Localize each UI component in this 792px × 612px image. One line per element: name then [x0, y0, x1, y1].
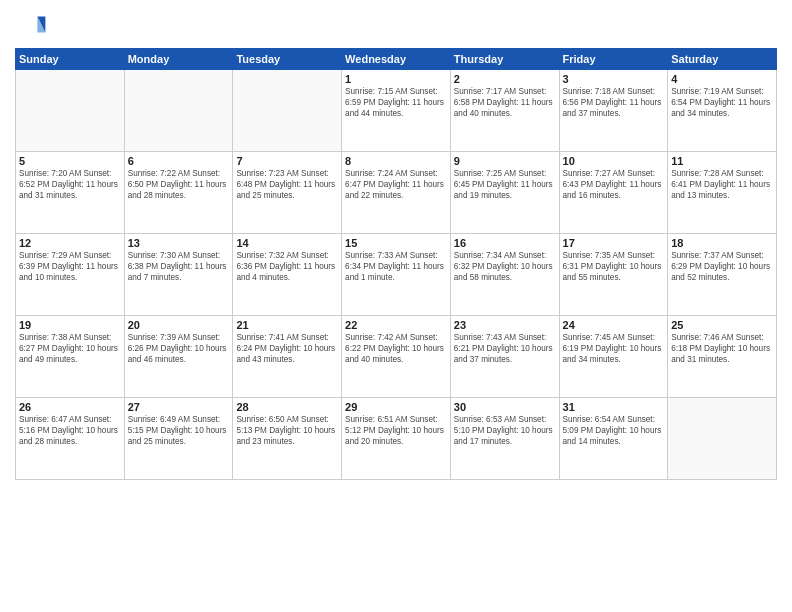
day-info: Sunrise: 7:41 AM Sunset: 6:24 PM Dayligh… [236, 332, 338, 365]
day-cell: 3Sunrise: 7:18 AM Sunset: 6:56 PM Daylig… [559, 70, 668, 152]
calendar-table: SundayMondayTuesdayWednesdayThursdayFrid… [15, 48, 777, 480]
day-cell: 4Sunrise: 7:19 AM Sunset: 6:54 PM Daylig… [668, 70, 777, 152]
header-row: SundayMondayTuesdayWednesdayThursdayFrid… [16, 49, 777, 70]
day-cell: 7Sunrise: 7:23 AM Sunset: 6:48 PM Daylig… [233, 152, 342, 234]
day-cell: 29Sunrise: 6:51 AM Sunset: 5:12 PM Dayli… [342, 398, 451, 480]
day-info: Sunrise: 7:19 AM Sunset: 6:54 PM Dayligh… [671, 86, 773, 119]
day-number: 20 [128, 319, 230, 331]
day-number: 18 [671, 237, 773, 249]
day-cell: 20Sunrise: 7:39 AM Sunset: 6:26 PM Dayli… [124, 316, 233, 398]
day-info: Sunrise: 7:28 AM Sunset: 6:41 PM Dayligh… [671, 168, 773, 201]
day-number: 1 [345, 73, 447, 85]
col-header-tuesday: Tuesday [233, 49, 342, 70]
day-cell: 11Sunrise: 7:28 AM Sunset: 6:41 PM Dayli… [668, 152, 777, 234]
week-row-3: 19Sunrise: 7:38 AM Sunset: 6:27 PM Dayli… [16, 316, 777, 398]
day-info: Sunrise: 6:54 AM Sunset: 5:09 PM Dayligh… [563, 414, 665, 447]
day-number: 25 [671, 319, 773, 331]
day-number: 13 [128, 237, 230, 249]
col-header-sunday: Sunday [16, 49, 125, 70]
day-cell: 14Sunrise: 7:32 AM Sunset: 6:36 PM Dayli… [233, 234, 342, 316]
day-number: 27 [128, 401, 230, 413]
day-info: Sunrise: 6:51 AM Sunset: 5:12 PM Dayligh… [345, 414, 447, 447]
day-cell: 26Sunrise: 6:47 AM Sunset: 5:16 PM Dayli… [16, 398, 125, 480]
day-info: Sunrise: 7:34 AM Sunset: 6:32 PM Dayligh… [454, 250, 556, 283]
day-number: 30 [454, 401, 556, 413]
day-cell: 19Sunrise: 7:38 AM Sunset: 6:27 PM Dayli… [16, 316, 125, 398]
day-number: 19 [19, 319, 121, 331]
day-info: Sunrise: 7:42 AM Sunset: 6:22 PM Dayligh… [345, 332, 447, 365]
day-cell: 8Sunrise: 7:24 AM Sunset: 6:47 PM Daylig… [342, 152, 451, 234]
day-cell: 18Sunrise: 7:37 AM Sunset: 6:29 PM Dayli… [668, 234, 777, 316]
day-info: Sunrise: 7:46 AM Sunset: 6:18 PM Dayligh… [671, 332, 773, 365]
day-info: Sunrise: 7:43 AM Sunset: 6:21 PM Dayligh… [454, 332, 556, 365]
day-cell [16, 70, 125, 152]
day-info: Sunrise: 7:37 AM Sunset: 6:29 PM Dayligh… [671, 250, 773, 283]
day-cell: 2Sunrise: 7:17 AM Sunset: 6:58 PM Daylig… [450, 70, 559, 152]
col-header-saturday: Saturday [668, 49, 777, 70]
day-number: 26 [19, 401, 121, 413]
day-number: 8 [345, 155, 447, 167]
day-number: 24 [563, 319, 665, 331]
day-cell: 10Sunrise: 7:27 AM Sunset: 6:43 PM Dayli… [559, 152, 668, 234]
page: SundayMondayTuesdayWednesdayThursdayFrid… [0, 0, 792, 612]
day-info: Sunrise: 7:15 AM Sunset: 6:59 PM Dayligh… [345, 86, 447, 119]
day-cell: 31Sunrise: 6:54 AM Sunset: 5:09 PM Dayli… [559, 398, 668, 480]
day-number: 4 [671, 73, 773, 85]
day-info: Sunrise: 7:39 AM Sunset: 6:26 PM Dayligh… [128, 332, 230, 365]
week-row-4: 26Sunrise: 6:47 AM Sunset: 5:16 PM Dayli… [16, 398, 777, 480]
day-cell: 13Sunrise: 7:30 AM Sunset: 6:38 PM Dayli… [124, 234, 233, 316]
day-number: 9 [454, 155, 556, 167]
day-info: Sunrise: 6:47 AM Sunset: 5:16 PM Dayligh… [19, 414, 121, 447]
day-number: 11 [671, 155, 773, 167]
day-number: 29 [345, 401, 447, 413]
day-number: 7 [236, 155, 338, 167]
day-cell [668, 398, 777, 480]
day-number: 5 [19, 155, 121, 167]
day-cell: 9Sunrise: 7:25 AM Sunset: 6:45 PM Daylig… [450, 152, 559, 234]
day-cell: 15Sunrise: 7:33 AM Sunset: 6:34 PM Dayli… [342, 234, 451, 316]
day-info: Sunrise: 7:29 AM Sunset: 6:39 PM Dayligh… [19, 250, 121, 283]
day-cell: 25Sunrise: 7:46 AM Sunset: 6:18 PM Dayli… [668, 316, 777, 398]
col-header-friday: Friday [559, 49, 668, 70]
day-number: 16 [454, 237, 556, 249]
col-header-wednesday: Wednesday [342, 49, 451, 70]
day-info: Sunrise: 7:30 AM Sunset: 6:38 PM Dayligh… [128, 250, 230, 283]
week-row-1: 5Sunrise: 7:20 AM Sunset: 6:52 PM Daylig… [16, 152, 777, 234]
day-info: Sunrise: 7:24 AM Sunset: 6:47 PM Dayligh… [345, 168, 447, 201]
day-info: Sunrise: 7:45 AM Sunset: 6:19 PM Dayligh… [563, 332, 665, 365]
day-info: Sunrise: 7:38 AM Sunset: 6:27 PM Dayligh… [19, 332, 121, 365]
day-cell: 30Sunrise: 6:53 AM Sunset: 5:10 PM Dayli… [450, 398, 559, 480]
week-row-0: 1Sunrise: 7:15 AM Sunset: 6:59 PM Daylig… [16, 70, 777, 152]
day-number: 22 [345, 319, 447, 331]
day-cell: 27Sunrise: 6:49 AM Sunset: 5:15 PM Dayli… [124, 398, 233, 480]
day-number: 10 [563, 155, 665, 167]
day-cell: 24Sunrise: 7:45 AM Sunset: 6:19 PM Dayli… [559, 316, 668, 398]
day-cell [233, 70, 342, 152]
day-cell: 17Sunrise: 7:35 AM Sunset: 6:31 PM Dayli… [559, 234, 668, 316]
day-number: 17 [563, 237, 665, 249]
week-row-2: 12Sunrise: 7:29 AM Sunset: 6:39 PM Dayli… [16, 234, 777, 316]
day-info: Sunrise: 7:25 AM Sunset: 6:45 PM Dayligh… [454, 168, 556, 201]
day-info: Sunrise: 6:49 AM Sunset: 5:15 PM Dayligh… [128, 414, 230, 447]
logo [15, 10, 51, 42]
day-number: 12 [19, 237, 121, 249]
day-number: 31 [563, 401, 665, 413]
day-number: 23 [454, 319, 556, 331]
day-cell: 21Sunrise: 7:41 AM Sunset: 6:24 PM Dayli… [233, 316, 342, 398]
header [15, 10, 777, 42]
day-number: 2 [454, 73, 556, 85]
day-info: Sunrise: 7:17 AM Sunset: 6:58 PM Dayligh… [454, 86, 556, 119]
day-cell [124, 70, 233, 152]
day-number: 21 [236, 319, 338, 331]
day-cell: 22Sunrise: 7:42 AM Sunset: 6:22 PM Dayli… [342, 316, 451, 398]
day-info: Sunrise: 6:50 AM Sunset: 5:13 PM Dayligh… [236, 414, 338, 447]
day-cell: 1Sunrise: 7:15 AM Sunset: 6:59 PM Daylig… [342, 70, 451, 152]
day-info: Sunrise: 7:32 AM Sunset: 6:36 PM Dayligh… [236, 250, 338, 283]
day-info: Sunrise: 7:18 AM Sunset: 6:56 PM Dayligh… [563, 86, 665, 119]
day-info: Sunrise: 7:27 AM Sunset: 6:43 PM Dayligh… [563, 168, 665, 201]
day-number: 14 [236, 237, 338, 249]
day-info: Sunrise: 7:22 AM Sunset: 6:50 PM Dayligh… [128, 168, 230, 201]
day-info: Sunrise: 7:23 AM Sunset: 6:48 PM Dayligh… [236, 168, 338, 201]
day-cell: 5Sunrise: 7:20 AM Sunset: 6:52 PM Daylig… [16, 152, 125, 234]
day-cell: 6Sunrise: 7:22 AM Sunset: 6:50 PM Daylig… [124, 152, 233, 234]
